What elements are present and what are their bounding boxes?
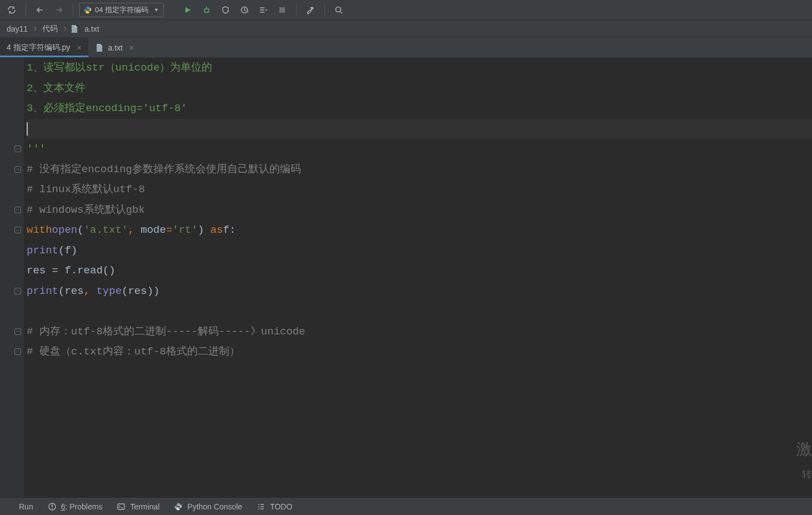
breadcrumb-item[interactable]: 代码	[40, 23, 60, 35]
back-icon[interactable]	[32, 2, 48, 18]
run-config-label: 04 指定字符编码	[95, 5, 148, 15]
code-line[interactable]	[27, 119, 812, 139]
close-icon[interactable]: ×	[129, 43, 134, 52]
search-icon[interactable]	[330, 2, 347, 18]
sync-icon[interactable]	[3, 2, 20, 18]
code-area[interactable]: 1、读写都以str（unicode）为单位的2、文本文件3、必须指定encodi…	[24, 58, 812, 497]
todo-icon	[257, 502, 265, 511]
label: TODO	[270, 502, 292, 511]
settings-icon[interactable]	[302, 2, 319, 18]
coverage-icon[interactable]	[217, 2, 234, 18]
code-editor[interactable]: 1、读写都以str（unicode）为单位的2、文本文件3、必须指定encodi…	[0, 58, 812, 497]
label: 6: Problems	[61, 502, 103, 511]
profile-icon[interactable]	[236, 2, 253, 18]
label: Terminal	[130, 502, 159, 511]
forward-icon[interactable]	[51, 2, 67, 18]
editor-tabs: 4 指定字符编码.py × a.txt ×	[0, 38, 812, 58]
fold-open-icon[interactable]: −	[14, 328, 21, 335]
label: Python Console	[187, 502, 242, 511]
run-anything-icon[interactable]	[255, 2, 272, 18]
tab-label: a.txt	[108, 43, 123, 52]
svg-rect-2	[279, 7, 285, 13]
close-icon[interactable]: ×	[77, 43, 81, 52]
chevron-right-icon: ›	[63, 23, 67, 34]
fold-open-icon[interactable]: −	[14, 227, 21, 233]
svg-point-5	[52, 508, 53, 509]
fold-close-icon[interactable]: −	[14, 348, 21, 355]
code-line[interactable]: # windows系统默认gbk	[27, 200, 812, 221]
breadcrumb: day11 › 代码 › a.txt	[0, 20, 812, 38]
code-line[interactable]: with open('a.txt', mode='rt') as f:	[27, 220, 812, 241]
toolbar: 04 指定字符编码 ▼	[0, 0, 812, 20]
tab-file-txt[interactable]: a.txt ×	[88, 38, 141, 57]
breadcrumb-item[interactable]: day11	[4, 23, 30, 34]
code-line[interactable]: print(f)	[27, 241, 812, 261]
terminal-icon	[117, 502, 126, 511]
svg-point-3	[336, 7, 341, 12]
chevron-down-icon: ▼	[154, 7, 159, 13]
code-line[interactable]: # 没有指定encoding参数操作系统会使用自己默认的编码	[27, 159, 812, 180]
code-line[interactable]: 2、文本文件	[27, 78, 812, 99]
code-line[interactable]: 1、读写都以str（unicode）为单位的	[27, 58, 812, 78]
file-icon	[95, 43, 104, 52]
bottom-toolbar: Run 6: Problems Terminal Python Console …	[0, 497, 812, 515]
code-line[interactable]: # 内存：utf-8格式的二进制-----解码-----》unicode	[27, 322, 812, 342]
code-line[interactable]: 3、必须指定encoding='utf-8'	[27, 98, 812, 119]
stop-icon[interactable]	[274, 2, 290, 18]
breadcrumb-item[interactable]: a.txt	[82, 23, 101, 34]
watermark-text: 转	[802, 468, 812, 481]
tab-label: 4 指定字符编码.py	[7, 43, 70, 53]
gutter	[0, 58, 24, 497]
svg-rect-6	[118, 504, 124, 509]
python-console-tool-window[interactable]: Python Console	[174, 502, 242, 511]
code-line[interactable]	[27, 301, 812, 322]
run-configuration-selector[interactable]: 04 指定字符编码 ▼	[79, 3, 164, 17]
separator	[296, 4, 297, 16]
svg-point-0	[205, 8, 209, 12]
run-icon[interactable]	[179, 2, 196, 18]
label: Run	[19, 502, 33, 511]
file-icon	[70, 24, 79, 33]
code-line[interactable]: res = f.read()	[27, 261, 812, 281]
fold-close-icon[interactable]: −	[14, 146, 21, 152]
problems-tool-window[interactable]: 6: Problems	[48, 502, 103, 511]
run-icon	[6, 502, 14, 511]
python-icon	[84, 6, 92, 14]
python-icon	[174, 502, 183, 511]
fold-open-icon[interactable]: −	[14, 166, 21, 173]
todo-tool-window[interactable]: TODO	[257, 502, 292, 511]
tab-file-py[interactable]: 4 指定字符编码.py ×	[0, 38, 88, 57]
terminal-tool-window[interactable]: Terminal	[117, 502, 159, 511]
separator	[73, 4, 73, 16]
debug-icon[interactable]	[198, 2, 215, 18]
run-tool-window[interactable]: Run	[6, 502, 33, 511]
warning-icon	[48, 502, 57, 511]
separator	[324, 4, 325, 16]
fold-close-icon[interactable]: −	[14, 288, 21, 294]
fold-close-icon[interactable]: −	[14, 207, 21, 213]
code-line[interactable]: # linux系统默认utf-8	[27, 179, 812, 200]
separator	[26, 4, 26, 16]
code-line[interactable]: print(res, type(res))	[27, 281, 812, 302]
chevron-right-icon: ›	[33, 23, 37, 34]
code-line[interactable]: '''	[27, 139, 812, 159]
watermark-text: 激	[796, 439, 812, 460]
code-line[interactable]: # 硬盘（c.txt内容：utf-8格式的二进制）	[27, 342, 812, 362]
